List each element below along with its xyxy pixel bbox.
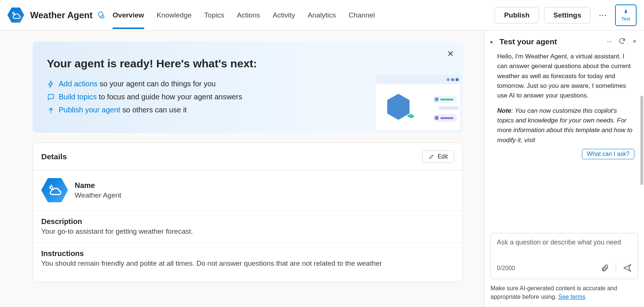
input-row: 0/2000 — [497, 263, 632, 274]
test-more-icon[interactable]: ⋯ — [605, 37, 613, 46]
ready-title: Your agent is ready! Here's what's next: — [47, 57, 449, 70]
content-wrapper: ✕ Your agent is ready! Here's what's nex… — [0, 31, 644, 307]
details-header: Details Edit — [33, 150, 462, 170]
svg-point-4 — [447, 78, 450, 81]
chat-input-box: Ask a question or describe what you need… — [491, 233, 638, 279]
svg-rect-14 — [438, 106, 459, 110]
svg-point-15 — [50, 186, 53, 189]
svg-point-5 — [451, 78, 454, 81]
arrow-up-icon — [47, 106, 55, 114]
edit-button[interactable]: Edit — [422, 150, 454, 163]
more-icon[interactable]: ⋯ — [596, 7, 610, 23]
illustration-icon — [375, 73, 463, 133]
svg-rect-12 — [435, 116, 438, 120]
instr-label: Instructions — [41, 249, 454, 258]
details-card: Details Edit Name Weather Agent — [33, 143, 463, 282]
ready-text: so others can use it — [120, 106, 187, 114]
ready-text: to focus and guide how your agent answer… — [97, 93, 242, 101]
desc-label: Description — [41, 217, 454, 226]
attach-icon[interactable] — [601, 264, 609, 273]
pin-icon — [622, 9, 629, 15]
detail-desc-section: Description Your go-to assistant for get… — [33, 211, 462, 243]
agent-logo-icon — [7, 7, 24, 23]
publish-link[interactable]: Publish your agent — [59, 106, 120, 114]
edit-label: Edit — [437, 153, 448, 160]
disclaimer: Make sure AI-generated content is accura… — [491, 284, 638, 301]
chat-input[interactable]: Ask a question or describe what you need — [497, 239, 632, 256]
header-actions: Publish Settings ⋯ Test — [495, 4, 637, 26]
tab-actions[interactable]: Actions — [237, 1, 260, 29]
scrollbar[interactable] — [640, 96, 643, 185]
detail-instr-section: Instructions You should remain friendly … — [33, 243, 462, 274]
main-content: ✕ Your agent is ready! Here's what's nex… — [0, 31, 484, 307]
note-label: Note — [497, 107, 511, 114]
bolt-icon — [47, 80, 55, 88]
pencil-icon — [428, 154, 434, 160]
svg-point-6 — [456, 78, 459, 81]
close-test-icon[interactable]: ✕ — [631, 37, 638, 46]
name-value: Weather Agent — [75, 191, 121, 199]
chat-icon — [47, 93, 55, 101]
name-label: Name — [75, 181, 121, 190]
test-button-label: Test — [621, 16, 630, 22]
tab-knowledge[interactable]: Knowledge — [157, 1, 192, 29]
tab-channel[interactable]: Channel — [349, 1, 375, 29]
nav-tabs: Overview Knowledge Topics Actions Activi… — [113, 1, 495, 29]
refresh-icon[interactable] — [617, 36, 627, 47]
ready-card: ✕ Your agent is ready! Here's what's nex… — [33, 42, 463, 133]
input-icons — [601, 263, 632, 274]
suggestion-chip[interactable]: What can I ask? — [582, 149, 634, 159]
tab-activity[interactable]: Activity — [273, 1, 295, 29]
see-terms-link[interactable]: See terms — [558, 294, 585, 300]
agent-title: Weather Agent — [30, 10, 93, 20]
svg-point-0 — [13, 13, 14, 15]
header-bar: Weather Agent Overview Knowledge Topics … — [0, 0, 644, 31]
agent-detail-icon — [41, 177, 68, 204]
detail-name-section: Name Weather Agent — [33, 170, 462, 211]
collapse-caret-icon[interactable]: ▸ — [491, 39, 496, 45]
note-body: : You can now customize this copilot's t… — [497, 107, 632, 144]
test-panel-header: ▸ Test your agent ⋯ ✕ — [491, 36, 638, 47]
svg-rect-10 — [440, 99, 453, 100]
ready-text: so your agent can do things for you — [98, 80, 216, 88]
build-topics-link[interactable]: Build topics — [59, 93, 97, 101]
tab-analytics[interactable]: Analytics — [308, 1, 336, 29]
char-count: 0/2000 — [497, 265, 515, 272]
divider — [616, 263, 616, 274]
test-panel: ▸ Test your agent ⋯ ✕ Hello, I'm Weather… — [484, 31, 644, 307]
test-panel-title: Test your agent — [499, 37, 602, 46]
tab-overview[interactable]: Overview — [113, 1, 144, 29]
details-title: Details — [41, 152, 67, 161]
instr-value: You should remain friendly and polite at… — [41, 259, 454, 268]
settings-button[interactable]: Settings — [544, 7, 590, 23]
disclaimer-text: Make sure AI-generated content is accura… — [491, 285, 617, 300]
send-icon[interactable] — [623, 263, 632, 274]
agent-edit-icon[interactable] — [96, 11, 105, 20]
tab-topics[interactable]: Topics — [204, 1, 224, 29]
desc-value: Your go-to assistant for getting weather… — [41, 227, 454, 236]
publish-button[interactable]: Publish — [495, 7, 539, 23]
add-actions-link[interactable]: Add actions — [59, 80, 98, 88]
svg-rect-9 — [435, 97, 438, 101]
svg-rect-13 — [440, 117, 453, 119]
chat-greeting: Hello, I'm Weather Agent, a virtual assi… — [497, 52, 634, 101]
close-icon[interactable]: ✕ — [447, 49, 454, 59]
chat-note: Note: You can now customize this copilot… — [497, 106, 634, 145]
chat-area[interactable]: Hello, I'm Weather Agent, a virtual assi… — [491, 51, 638, 229]
test-button[interactable]: Test — [615, 4, 637, 26]
